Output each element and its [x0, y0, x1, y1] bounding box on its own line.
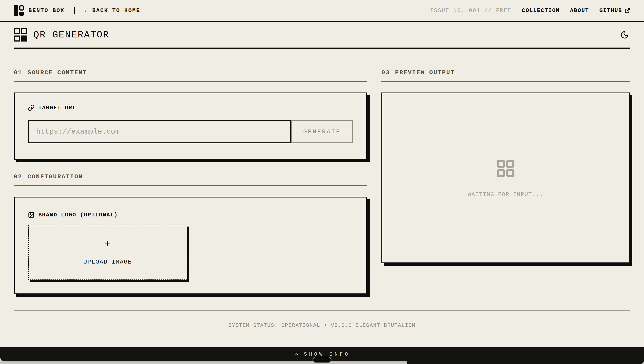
section-title: CONFIGURATION	[28, 174, 83, 180]
bento-box-logo-icon	[14, 5, 24, 16]
chevron-up-icon	[294, 352, 300, 357]
target-url-label-text: TARGET URL	[38, 104, 76, 111]
section-number: 02	[14, 174, 23, 180]
nav-divider	[74, 7, 75, 14]
image-icon	[28, 212, 35, 218]
configuration-section-header: 02 CONFIGURATION	[14, 174, 367, 186]
back-to-home-label: BACK TO HOME	[92, 7, 140, 14]
show-info-label: SHOW INFO	[304, 352, 350, 357]
nav-left-group: BENTO BOX ← BACK TO HOME	[14, 5, 140, 16]
moon-icon	[620, 30, 629, 39]
qr-generator-app: BENTO BOX ← BACK TO HOME ISSUE NO. 001 /…	[0, 0, 644, 364]
github-label: GITHUB	[599, 7, 622, 14]
main-content: QR GENERATOR 01 SOURCE CONTENT	[0, 22, 644, 328]
page-header: QR GENERATOR	[14, 22, 630, 48]
section-number: 03	[381, 69, 390, 76]
brand-home-link[interactable]: BENTO BOX	[14, 5, 64, 16]
brand-logo-label-text: BRAND LOGO (OPTIONAL)	[38, 212, 118, 218]
dark-mode-toggle-button[interactable]	[619, 29, 630, 40]
upload-image-label: UPLOAD IMAGE	[83, 258, 132, 265]
qr-preview-card: WAITING FOR INPUT...	[381, 92, 630, 263]
target-url-label: TARGET URL	[28, 104, 353, 111]
left-arrow-icon: ←	[85, 7, 89, 14]
drag-handle-pill[interactable]	[313, 357, 331, 363]
link-icon	[28, 104, 35, 111]
nav-link-github[interactable]: GITHUB	[599, 7, 630, 14]
preview-section-header: 03 PREVIEW OUTPUT	[381, 69, 630, 82]
target-url-card: TARGET URL GENERATE	[14, 92, 367, 160]
section-title: PREVIEW OUTPUT	[395, 69, 455, 76]
preview-output-section: 03 PREVIEW OUTPUT WAITING FOR	[381, 69, 630, 263]
brand-logo-label: BRAND LOGO (OPTIONAL)	[28, 212, 353, 218]
section-number: 01	[14, 69, 23, 76]
brand-name: BENTO BOX	[29, 7, 64, 14]
upload-image-dropzone[interactable]: + UPLOAD IMAGE	[28, 224, 187, 280]
grid-placeholder-icon	[495, 158, 516, 179]
generate-button[interactable]: GENERATE	[291, 120, 353, 143]
show-info-button[interactable]: SHOW INFO	[294, 352, 350, 357]
source-section-header: 01 SOURCE CONTENT	[14, 69, 367, 82]
page-header-left: QR GENERATOR	[14, 28, 109, 42]
back-to-home-link[interactable]: ← BACK TO HOME	[85, 7, 140, 14]
url-input-row: GENERATE	[28, 120, 353, 143]
nav-right-group: ISSUE NO. 001 // FREE COLLECTION ABOUT G…	[430, 7, 630, 14]
target-url-input[interactable]	[28, 120, 291, 143]
qr-grid-icon	[14, 28, 27, 42]
external-link-icon	[625, 8, 630, 13]
plus-icon: +	[105, 240, 111, 250]
page-footer: SYSTEM STATUS: OPERATIONAL • V2.0.0 ELEG…	[14, 310, 630, 328]
section-title: SOURCE CONTENT	[28, 69, 87, 76]
brand-logo-card: BRAND LOGO (OPTIONAL) + UPLOAD IMAGE	[14, 197, 367, 294]
source-content-section: 01 SOURCE CONTENT TARGET URL	[14, 69, 367, 160]
issue-badge: ISSUE NO. 001 // FREE	[430, 8, 511, 14]
configuration-section: 02 CONFIGURATION B	[14, 174, 367, 294]
two-column-layout: 01 SOURCE CONTENT TARGET URL	[14, 69, 630, 294]
bottom-info-bar: SHOW INFO	[0, 347, 644, 362]
top-nav: BENTO BOX ← BACK TO HOME ISSUE NO. 001 /…	[0, 0, 644, 22]
system-status-text: SYSTEM STATUS: OPERATIONAL • V2.0.0 ELEG…	[14, 322, 630, 328]
left-column: 01 SOURCE CONTENT TARGET URL	[14, 69, 367, 294]
nav-link-about[interactable]: ABOUT	[570, 7, 589, 14]
waiting-for-input-text: WAITING FOR INPUT...	[468, 191, 543, 198]
page-title: QR GENERATOR	[33, 30, 109, 40]
right-column: 03 PREVIEW OUTPUT WAITING FOR	[381, 69, 630, 263]
nav-link-collection[interactable]: COLLECTION	[522, 7, 560, 14]
